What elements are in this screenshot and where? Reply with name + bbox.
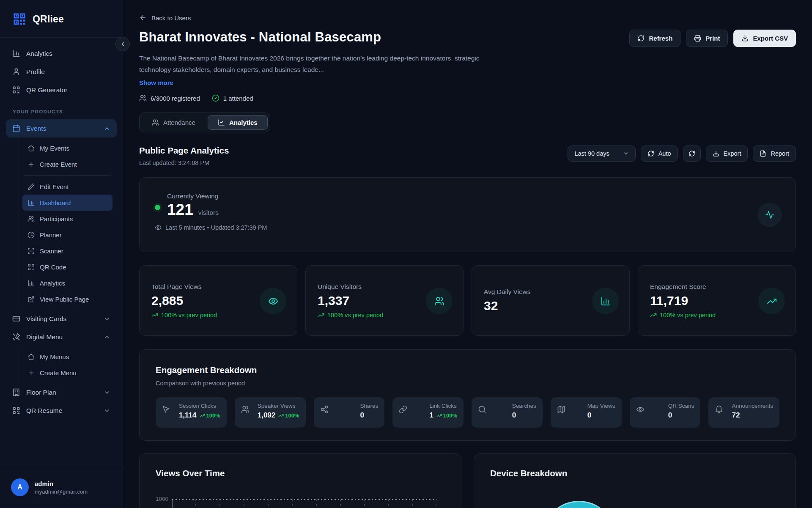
- live-status-dot: [155, 205, 160, 210]
- export-button[interactable]: Export: [706, 146, 748, 162]
- report-label: Report: [771, 150, 789, 157]
- back-to-users-link[interactable]: Back to Users: [139, 14, 191, 22]
- sidebar-item-visiting-cards[interactable]: Visiting Cards: [6, 310, 117, 328]
- main-content: Back to Users Bharat Innovates - Nationa…: [123, 0, 812, 508]
- tab-attendance[interactable]: Attendance: [142, 115, 206, 130]
- sidebar-item-events[interactable]: Events: [6, 119, 117, 137]
- sidebar-item-create-event[interactable]: Create Event: [22, 156, 112, 172]
- chevron-up-icon: [104, 125, 110, 132]
- sidebar-item-digital-menu[interactable]: Digital Menu: [6, 328, 117, 346]
- sidebar-item-floor-plan[interactable]: Floor Plan: [6, 383, 117, 401]
- brand[interactable]: QRliee: [0, 0, 123, 38]
- last-updated-text: Last updated: 3:24:08 PM: [139, 159, 229, 166]
- sidebar-item-my-events[interactable]: My Events: [22, 140, 112, 156]
- sidebar-item-label: Events: [26, 125, 46, 132]
- sidebar-item-edit-event[interactable]: Edit Event: [22, 178, 112, 195]
- home-icon: [27, 145, 35, 152]
- sidebar-item-qr-generator[interactable]: QR Generator: [6, 81, 117, 99]
- stat-card-total-page-views: Total Page Views 2,885 100% vs prev peri…: [139, 265, 297, 336]
- sidebar-item-label: Create Event: [40, 161, 77, 168]
- tab-label: Analytics: [229, 119, 258, 126]
- building-icon: [12, 388, 20, 396]
- trending-up-icon: [200, 413, 205, 418]
- sidebar-item-label: QR Code: [40, 264, 66, 271]
- sidebar-item-my-menus[interactable]: My Menus: [22, 349, 112, 365]
- refresh-button[interactable]: Refresh: [629, 30, 680, 47]
- users-icon: [434, 296, 444, 306]
- trending-up-icon: [318, 312, 324, 319]
- qr-code-icon: [12, 86, 20, 94]
- sidebar-item-participants[interactable]: Participants: [22, 211, 112, 227]
- sidebar-item-dashboard[interactable]: Dashboard: [22, 195, 112, 211]
- chevron-up-icon: [104, 334, 110, 340]
- stat-label: Unique Visitors: [318, 283, 451, 291]
- refresh-icon: [689, 150, 695, 157]
- engagement-value: 1,092: [258, 411, 276, 420]
- engagement-item-speaker-views: Speaker Views 1,092 100%: [235, 397, 306, 428]
- sidebar-collapse-button[interactable]: [115, 37, 130, 51]
- stat-delta: 100% vs prev period: [151, 312, 285, 319]
- device-breakdown-pie: [542, 501, 616, 508]
- view-tabs: Attendance Analytics: [139, 113, 270, 132]
- show-more-link[interactable]: Show more: [139, 79, 173, 86]
- sidebar-item-event-analytics[interactable]: Analytics: [22, 275, 112, 291]
- bar-chart-icon: [27, 199, 35, 206]
- print-button[interactable]: Print: [686, 30, 728, 47]
- share-icon: [320, 405, 329, 414]
- charts-row: Views Over Time 1000: [139, 453, 796, 508]
- stat-chip: [758, 288, 785, 314]
- manual-refresh-button[interactable]: [683, 146, 701, 162]
- tab-analytics[interactable]: Analytics: [208, 115, 268, 130]
- registered-label: 6/3000 registered: [151, 95, 200, 102]
- sidebar-item-qr-code[interactable]: QR Code: [22, 259, 112, 275]
- stat-delta: 100% vs prev period: [650, 312, 784, 319]
- calendar-icon: [12, 124, 20, 132]
- export-label: Export: [724, 150, 741, 157]
- stats-row: Total Page Views 2,885 100% vs prev peri…: [139, 265, 796, 336]
- tab-label: Attendance: [163, 119, 195, 126]
- trending-up-icon: [436, 413, 442, 418]
- utensils-crossed-icon: [12, 333, 20, 341]
- header-actions: Refresh Print Export CSV: [629, 30, 796, 47]
- brand-name: QRliee: [33, 14, 64, 25]
- qrliee-logo-icon: [12, 11, 27, 27]
- engagement-item-searches: Searches 0: [472, 397, 543, 428]
- pencil-icon: [27, 183, 35, 190]
- eye-icon: [155, 224, 162, 231]
- sidebar-item-label: Visiting Cards: [26, 315, 66, 323]
- live-meta-text: Last 5 minutes • Updated 3:27:39 PM: [165, 224, 267, 231]
- link-icon: [399, 405, 407, 414]
- sidebar-item-scanner[interactable]: Scanner: [22, 243, 112, 259]
- export-csv-button[interactable]: Export CSV: [733, 30, 796, 47]
- sidebar: QRliee Analytics Profile QR Generator YO…: [0, 0, 123, 508]
- sidebar-item-label: Profile: [26, 68, 45, 76]
- engagement-label: Map Views: [587, 403, 615, 409]
- engagement-delta: 100%: [436, 412, 457, 419]
- sidebar-item-profile[interactable]: Profile: [6, 63, 117, 81]
- sidebar-item-label: Analytics: [40, 280, 65, 287]
- users-icon: [27, 215, 35, 222]
- sidebar-item-create-menu[interactable]: Create Menu: [22, 365, 112, 381]
- sidebar-item-qr-resume[interactable]: QR Resume: [6, 401, 117, 420]
- chevron-down-icon: [104, 389, 110, 396]
- views-over-time-title: Views Over Time: [156, 468, 445, 478]
- sidebar-item-label: Create Menu: [40, 369, 77, 376]
- engagement-value: 0: [512, 411, 516, 420]
- auto-refresh-toggle[interactable]: Auto: [641, 146, 678, 162]
- sidebar-item-view-public-page[interactable]: View Public Page: [22, 291, 112, 307]
- stat-chip: [426, 288, 453, 314]
- bar-chart-icon: [601, 296, 611, 306]
- sidebar-item-planner[interactable]: Planner: [22, 227, 112, 243]
- registered-count: 6/3000 registered: [139, 94, 200, 102]
- user-account[interactable]: A admin myadmin@gmail.com: [0, 469, 123, 508]
- sidebar-item-analytics[interactable]: Analytics: [6, 44, 117, 63]
- trending-up-icon: [767, 296, 777, 306]
- report-button[interactable]: Report: [753, 146, 796, 162]
- date-range-select[interactable]: Last 90 days: [568, 146, 635, 162]
- arrow-left-icon: [139, 14, 147, 22]
- clock-icon: [27, 231, 35, 239]
- activity-icon: [765, 210, 774, 220]
- sidebar-item-label: My Menus: [40, 353, 69, 360]
- sidebar-item-label: Scanner: [40, 247, 63, 255]
- stat-chip: [260, 288, 286, 314]
